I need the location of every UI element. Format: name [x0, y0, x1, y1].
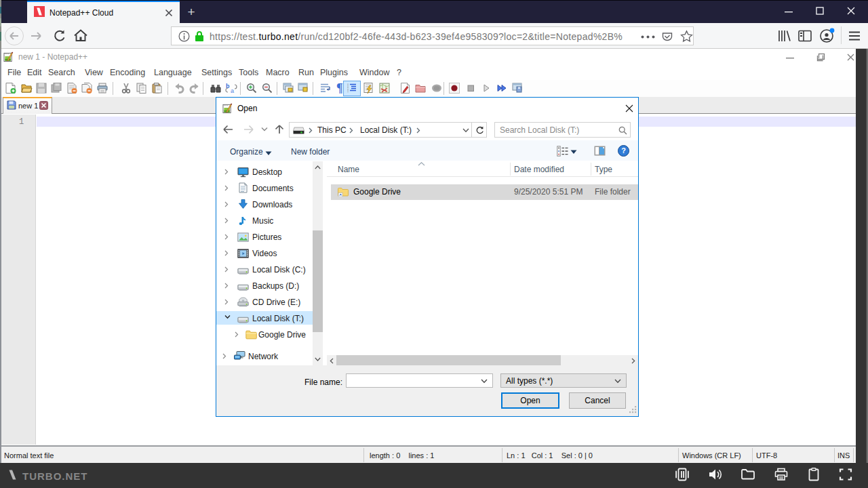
- svg-text:a: a: [231, 87, 235, 94]
- svg-text:?: ?: [621, 146, 626, 155]
- svg-text:¶: ¶: [336, 81, 343, 95]
